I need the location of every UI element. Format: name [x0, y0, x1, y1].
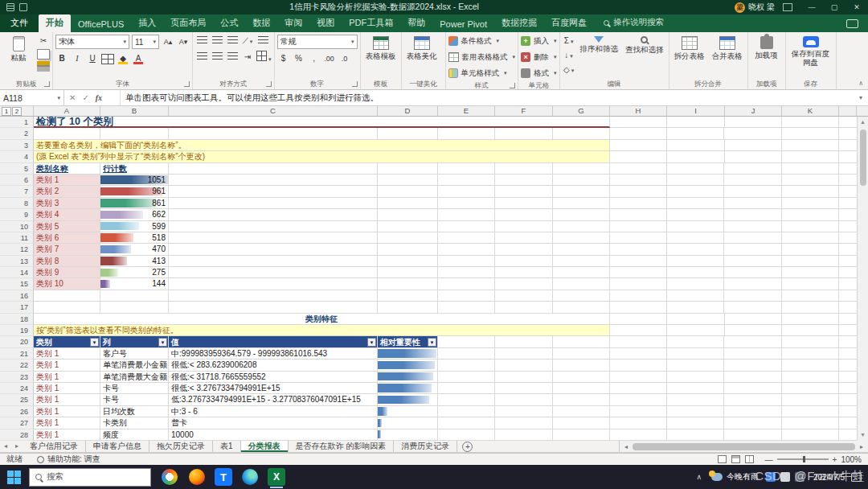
sheet-tab[interactable]: 拖欠历史记录 [149, 441, 213, 452]
autosum-icon[interactable]: Σ▾ [563, 35, 575, 47]
save-to-netdisk-button[interactable]: 保存到百度网盘 [788, 35, 833, 68]
paste-button[interactable]: 粘贴 [2, 35, 35, 64]
percent-style-icon[interactable]: % [293, 52, 305, 65]
category-name-cell[interactable]: 类别 6 [34, 232, 100, 244]
tab-review[interactable]: 审阅 [277, 14, 309, 32]
column-header-b[interactable]: B [100, 106, 169, 116]
tab-data[interactable]: 数据 [245, 14, 277, 32]
cell-empty[interactable] [169, 302, 378, 313]
decrease-decimal-icon[interactable]: .0 [338, 52, 351, 65]
vertical-scrollbar[interactable]: ▲ ▼ [857, 117, 868, 441]
clear-icon[interactable]: ◇▾ [563, 64, 575, 76]
note-cell[interactable]: 若要重命名类别，编辑下面的“类别名称”。 [34, 140, 610, 151]
accessibility-status[interactable]: 辅助功能: 调查 [37, 454, 100, 465]
bold-button[interactable]: B [55, 52, 68, 65]
sheet-tab[interactable]: 消费历史记录 [394, 441, 457, 452]
indent-icon[interactable]: ⇥ [241, 51, 254, 64]
count-bar-cell[interactable]: 470 [100, 244, 169, 255]
cell-empty[interactable] [169, 256, 378, 267]
category-name-cell[interactable]: 类别 4 [34, 209, 100, 220]
column-header-c[interactable]: C [169, 106, 378, 116]
feature-value-cell[interactable]: 很低:< 3.2767334794991E+15 [169, 383, 378, 394]
cell-empty[interactable] [378, 163, 438, 175]
cell-empty[interactable] [378, 209, 438, 220]
column-header-e[interactable]: E [438, 106, 495, 116]
decrease-font-size-icon[interactable]: A▾ [177, 35, 190, 48]
align-left-icon[interactable] [195, 51, 208, 64]
importance-cell[interactable] [378, 406, 438, 417]
tab-home[interactable]: 开始 [39, 14, 71, 32]
note-cell[interactable]: (源 Excel 表“类别”列中显示了“类别名称”个更改) [34, 151, 610, 162]
table-header-cell[interactable]: 值▼ [169, 336, 378, 347]
cancel-icon[interactable]: ✕ [69, 93, 76, 102]
feature-value-cell[interactable]: 中:3 - 6 [169, 406, 378, 417]
font-color-icon[interactable]: A [132, 52, 145, 65]
feature-category-cell[interactable]: 类别 1 [34, 348, 100, 360]
filter-dropdown-icon[interactable]: ▼ [367, 338, 376, 347]
cell-empty[interactable] [169, 290, 378, 302]
row-header[interactable]: 9 [0, 209, 34, 220]
name-box[interactable]: A118▾ [0, 90, 64, 105]
column-header-d[interactable]: D [378, 106, 438, 116]
feature-value-cell[interactable]: 低:3.2767334794991E+15 - 3.27708376047091… [169, 394, 378, 405]
feature-category-cell[interactable]: 类别 1 [34, 383, 100, 394]
scroll-right-icon[interactable]: ▸ [857, 443, 866, 450]
tab-power-pivot[interactable]: Power Pivot [432, 17, 494, 32]
row-header[interactable]: 17 [0, 302, 34, 313]
importance-cell[interactable] [378, 429, 438, 441]
horizontal-scrollbar[interactable]: ◂▸ [619, 441, 868, 452]
tab-page-layout[interactable]: 页面布局 [163, 14, 213, 32]
row-header[interactable]: 4 [0, 151, 34, 162]
underline-button[interactable]: U [86, 52, 99, 65]
outline-level-2-button[interactable]: 2 [12, 107, 22, 116]
dialog-launcher-icon[interactable] [44, 81, 50, 87]
row-header[interactable]: 7 [0, 186, 34, 197]
copy-icon[interactable] [37, 49, 50, 60]
comma-style-icon[interactable]: , [308, 52, 321, 65]
addins-button[interactable]: 加载项 [751, 35, 783, 62]
count-bar-cell[interactable]: 144 [100, 278, 169, 290]
importance-cell[interactable] [378, 360, 438, 371]
category-name-cell[interactable]: 类别 5 [34, 221, 100, 232]
feature-column-cell[interactable]: 单笔消费最小金额 [100, 360, 169, 371]
feature-category-cell[interactable]: 类别 1 [34, 429, 100, 441]
category-name-cell[interactable]: 类别 2 [34, 186, 100, 197]
sheet-tab[interactable]: 客户信用记录 [23, 441, 86, 452]
table-header-cell[interactable]: 相对重要性▼ [378, 336, 438, 347]
cut-icon[interactable]: ✂ [37, 35, 50, 47]
count-bar-cell[interactable]: 1051 [100, 175, 169, 186]
number-format-select[interactable]: 常规▾ [277, 35, 358, 49]
tab-data-mining[interactable]: 数据挖掘 [494, 14, 544, 32]
filter-dropdown-icon[interactable]: ▼ [158, 338, 167, 347]
feature-column-cell[interactable]: 日均次数 [100, 406, 169, 417]
conditional-formatting-button[interactable]: 条件格式▾ [448, 35, 500, 47]
zoom-in-icon[interactable]: + [833, 455, 837, 464]
sheet-tab[interactable]: 表1 [213, 441, 241, 452]
cell-empty[interactable] [378, 278, 438, 290]
format-cells-button[interactable]: 格式▾ [521, 67, 557, 80]
row-header[interactable]: 12 [0, 244, 34, 255]
category-name-cell[interactable]: 类别 9 [34, 267, 100, 278]
report-title-cell[interactable]: 检测了 10 个类别 [34, 117, 610, 128]
row-header[interactable]: 8 [0, 198, 34, 209]
count-bar-cell[interactable]: 518 [100, 232, 169, 244]
cell-empty[interactable] [169, 221, 378, 232]
cell-empty[interactable] [169, 175, 378, 186]
row-header[interactable]: 1 [0, 117, 34, 128]
cell-empty[interactable] [169, 186, 378, 197]
tab-view[interactable]: 视图 [309, 14, 342, 32]
scroll-left-icon[interactable]: ◂ [621, 443, 631, 450]
cell-empty[interactable] [169, 244, 378, 255]
align-middle-icon[interactable] [211, 35, 223, 47]
accounting-format-icon[interactable]: $ [277, 52, 290, 65]
cell-empty[interactable] [378, 256, 438, 267]
cell-empty[interactable] [378, 267, 438, 278]
column-header-h[interactable]: H [610, 106, 667, 116]
category-name-cell[interactable]: 类别 7 [34, 244, 100, 255]
table-header-cell[interactable]: 类别▼ [34, 336, 100, 347]
row-header[interactable]: 14 [0, 267, 34, 278]
increase-font-size-icon[interactable]: A▴ [162, 35, 174, 48]
row-header[interactable]: 22 [0, 360, 34, 371]
filter-dropdown-icon[interactable]: ▼ [428, 338, 436, 347]
row-header[interactable]: 15 [0, 278, 34, 290]
